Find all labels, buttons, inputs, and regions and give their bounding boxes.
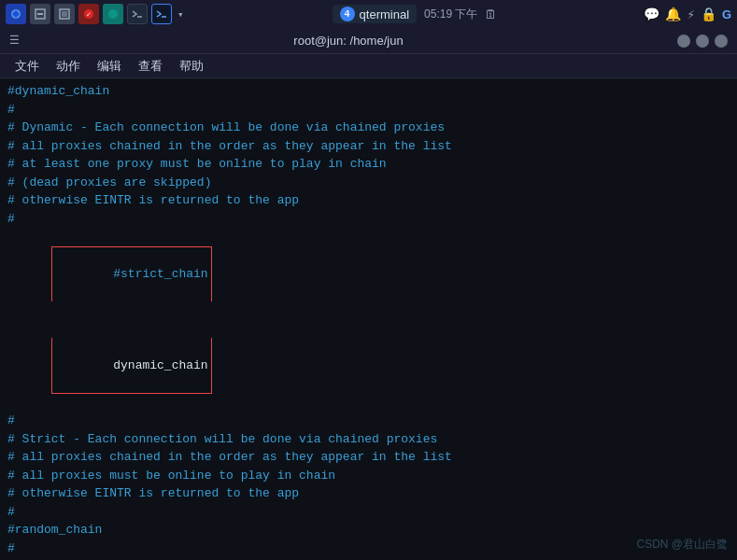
line-10: # Strict - Each connection will be done … [7,430,730,449]
sys-icon-3[interactable] [54,4,75,24]
sys-icon-2[interactable] [30,4,50,24]
line-2: # [7,101,730,119]
menu-view[interactable]: 查看 [131,56,170,77]
system-bar-left: ✓ ▾ [6,4,186,24]
line-5: # at least one proxy must be online to p… [7,155,730,174]
app-title: qterminal [360,7,409,21]
menu-file[interactable]: 文件 [7,56,47,77]
line-15: #random_chain [7,521,730,539]
menu-edit[interactable]: 编辑 [90,56,129,77]
close-button[interactable] [715,35,728,48]
line-13: # otherwise EINTR is returned to the app [7,484,730,503]
dropdown-arrow[interactable]: ▾ [176,8,186,21]
menu-help[interactable]: 帮助 [172,56,211,77]
time-display: 05:19 下午 [424,7,477,22]
title-bar: ☰ root@jun: /home/jun [0,28,737,54]
terminal-content[interactable]: #dynamic_chain # # Dynamic - Each connec… [0,78,737,560]
terminal-box-1[interactable] [127,4,148,24]
system-bar: ✓ ▾ 4 qterminal 05:19 下午 🗓 💬 🔔 ⚡ 🔒 G [0,0,737,28]
line-6: # (dead proxies are skipped) [7,174,730,192]
svg-point-9 [108,9,118,19]
line-3: # Dynamic - Each connection will be done… [7,119,730,137]
line-11: # all proxies chained in the order as th… [7,448,730,467]
line-14: # [7,503,730,522]
minimize-button[interactable] [677,35,690,48]
sys-icon-1[interactable] [6,4,26,24]
line-9: # [7,412,730,430]
svg-text:✓: ✓ [87,10,92,19]
system-bar-center: 4 qterminal 05:19 下午 🗓 [333,5,498,23]
app-badge: 4 qterminal [333,5,417,23]
line-4: # all proxies chained in the order as th… [7,137,730,156]
line-12: # all proxies must be online to play in … [7,467,730,485]
chat-icon[interactable]: 💬 [644,7,659,22]
line-8: # [7,210,730,229]
calendar-icon: 🗓 [485,7,497,21]
lock-icon[interactable]: 🔒 [701,7,716,22]
terminal-box-active[interactable] [151,4,172,24]
window-controls [677,35,728,48]
svg-rect-2 [37,13,43,15]
menu-bar: 文件 动作 编辑 查看 帮助 [0,54,737,78]
line-dynamic-chain: dynamic_chain [7,320,730,413]
bell-icon[interactable]: 🔔 [665,7,681,22]
terminal-window: ☰ root@jun: /home/jun 文件 动作 编辑 查看 帮助 #dy… [0,28,737,560]
line-strict-chain: #strict_chain [7,228,730,320]
app-badge-num: 4 [340,7,355,21]
system-bar-right: 💬 🔔 ⚡ 🔒 G [644,7,731,22]
title-bar-left: ☰ [9,34,20,48]
window-title: root@jun: /home/jun [293,34,403,48]
watermark: CSDN @君山白鹭 [636,537,728,553]
window-menu-icon[interactable]: ☰ [9,34,20,48]
menu-action[interactable]: 动作 [49,56,88,77]
sys-icon-5[interactable] [103,4,123,24]
time-area: 05:19 下午 🗓 [424,7,497,22]
power-icon[interactable]: ⚡ [687,7,694,22]
line-7: # otherwise EINTR is returned to the app [7,191,730,210]
user-icon[interactable]: G [722,7,731,21]
line-16: # [7,539,730,558]
line-1: #dynamic_chain [7,82,730,101]
maximize-button[interactable] [696,35,709,48]
sys-icon-4[interactable]: ✓ [78,4,99,24]
